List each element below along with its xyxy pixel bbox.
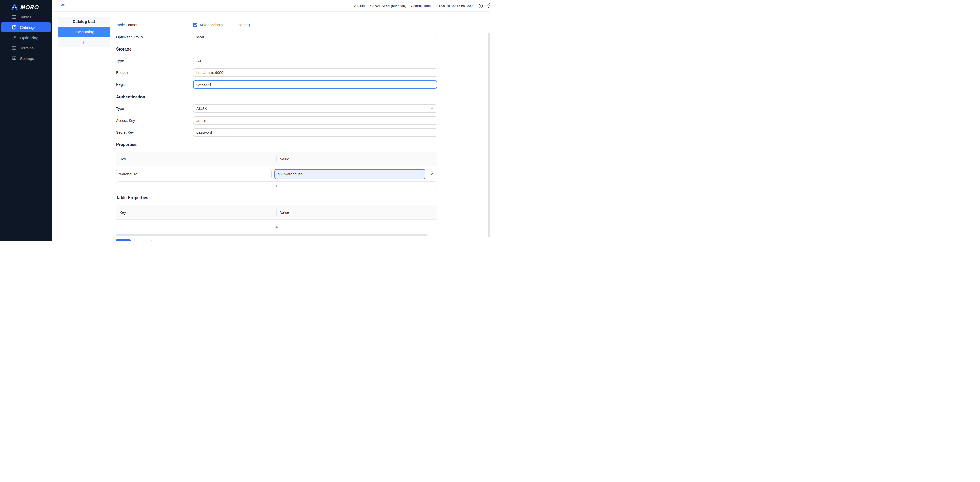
optimizer-group-row: Optimizer Group local [116,33,437,41]
main-content: Catalog List new catalog + Table Format … [52,12,490,241]
form-actions [116,239,437,241]
auth-type-value: AK/SK [196,107,207,111]
access-key-row: Access Key [116,116,437,125]
property-row: ✕ [116,169,437,179]
catalogs-icon [12,25,17,30]
catalog-list-title: Catalog List [57,17,110,25]
mixed-iceberg-label: Mixed Iceberg [200,23,223,27]
settings-icon [12,56,17,61]
topbar: Version: 0.7-SNAPSHOT(5d543a5) Commit Ti… [52,0,490,12]
secret-key-row: Secret Key [116,128,437,137]
secret-key-label: Secret Key [116,130,193,135]
endpoint-input[interactable] [193,68,437,77]
secondary-action-button[interactable] [134,239,151,241]
properties-table: Key Value ✕ + [116,152,437,189]
property-key-input[interactable] [116,169,272,179]
sidebar-item-catalogs[interactable]: Catalogs [1,22,51,32]
add-table-property-button[interactable]: + [116,223,437,231]
table-format-options: Mixed Iceberg Iceberg [193,23,250,27]
region-row: Region [116,80,437,89]
chevron-down-icon [431,60,434,62]
topbar-right: Version: 0.7-SNAPSHOT(5d543a5) Commit Ti… [353,0,490,12]
access-key-input[interactable] [193,116,437,125]
chevron-down-icon [431,36,434,38]
storage-type-label: Type [116,59,193,63]
catalog-form: Table Format Mixed Iceberg Iceberg Optim… [116,21,437,241]
sidebar-item-label: Terminal [20,46,35,50]
table-properties-table-header: Key Value [116,205,437,220]
app-logo[interactable]: MORO [0,0,52,12]
key-column-header: Key [116,157,277,161]
optimizer-group-value: local [196,35,204,39]
commit-time-text: Commit Time: 2024-06-19T02:17:59+0000 [411,4,474,8]
storage-type-select[interactable]: S3 [193,57,437,65]
optimizing-icon [12,35,17,40]
vertical-scrollbar-thumb[interactable] [488,33,490,237]
sidebar-item-optimizing[interactable]: Optimizing [1,32,51,43]
tables-icon [12,14,17,19]
iceberg-checkbox[interactable] [231,23,235,27]
table-properties-table: Key Value + [116,205,437,231]
storage-type-value: S3 [196,59,201,63]
iceberg-label: Iceberg [238,23,250,27]
sidebar: MORO Tables [0,0,52,241]
add-property-button[interactable]: + [116,181,437,189]
access-key-label: Access Key [116,118,193,122]
svg-text:?: ? [480,5,482,7]
region-label: Region [116,83,193,87]
add-catalog-button[interactable]: + [57,38,110,47]
auth-type-select[interactable]: AK/SK [193,105,437,113]
sidebar-item-label: Catalogs [20,25,35,30]
storage-type-row: Type S3 [116,57,437,65]
logout-icon[interactable] [487,3,490,9]
properties-table-header: Key Value [116,152,437,166]
auth-type-label: Type [116,107,193,111]
sidebar-item-label: Settings [20,56,34,60]
menu-fold-icon[interactable] [60,4,65,8]
properties-heading: Properties [116,142,437,147]
logo-text: MORO [20,4,39,10]
sidebar-item-tables[interactable]: Tables [1,12,51,22]
horizontal-scrollbar[interactable] [116,234,428,235]
primary-action-button[interactable] [116,239,130,241]
catalog-list-panel: Catalog List new catalog + [57,17,110,241]
secret-key-input[interactable] [193,128,437,137]
mixed-iceberg-checkbox[interactable] [193,23,197,27]
help-icon[interactable]: ? [478,3,483,8]
table-properties-heading: Table Properties [116,195,437,200]
key-column-header: Key [116,210,277,215]
optimizer-group-select[interactable]: local [193,33,437,41]
value-column-header: Value [277,210,437,215]
sidebar-item-settings[interactable]: Settings [1,53,51,64]
region-input[interactable] [193,80,437,89]
catalog-list-item[interactable]: new catalog [57,27,110,37]
chevron-down-icon [431,107,434,110]
iceberg-option[interactable]: Iceberg [231,23,250,27]
sidebar-item-label: Tables [20,15,31,19]
delete-row-icon[interactable]: ✕ [430,172,434,176]
authentication-heading: Authentication [116,95,437,100]
sidebar-item-label: Optimizing [20,35,38,40]
property-value-input[interactable] [274,169,425,179]
endpoint-label: Endpoint [116,70,193,75]
logo-a-icon [11,3,18,11]
optimizer-group-label: Optimizer Group [116,35,193,39]
endpoint-row: Endpoint [116,68,437,77]
table-format-row: Table Format Mixed Iceberg Iceberg [116,21,437,29]
terminal-icon [12,46,17,51]
version-text: Version: 0.7-SNAPSHOT(5d543a5) [353,4,406,8]
mixed-iceberg-option[interactable]: Mixed Iceberg [193,23,223,27]
sidebar-item-terminal[interactable]: Terminal [1,43,51,53]
sidebar-menu: Tables Catalogs [0,12,52,64]
storage-heading: Storage [116,47,437,52]
auth-type-row: Type AK/SK [116,105,437,113]
value-column-header: Value [277,157,437,161]
table-format-label: Table Format [116,23,193,27]
